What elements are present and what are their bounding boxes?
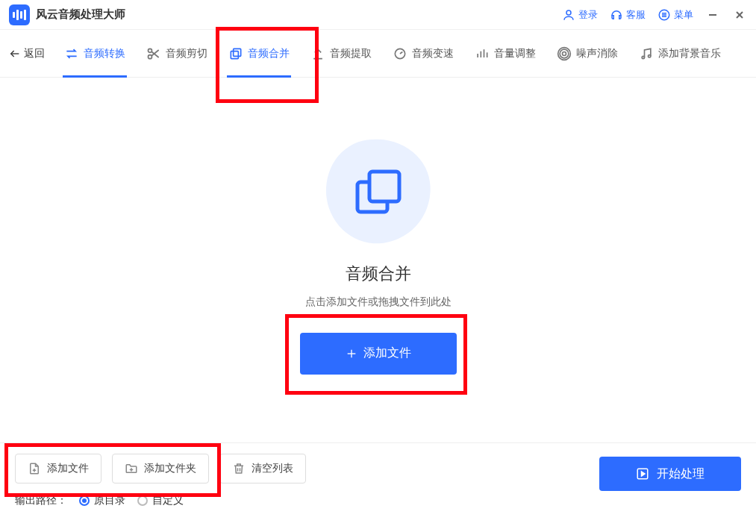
titlebar-right: 登录 客服 菜单	[562, 7, 747, 22]
main-subtitle: 点击添加文件或拖拽文件到此处	[305, 295, 452, 309]
output-path-label: 输出路径：	[15, 494, 67, 507]
bottom-row-output: 输出路径： 原目录 自定义	[15, 494, 741, 507]
svg-point-24	[649, 54, 651, 57]
nav-volume-label: 音量调整	[494, 47, 536, 60]
add-file-main-label: 添加文件	[363, 345, 411, 361]
clear-list-label: 清空列表	[252, 462, 293, 475]
svg-marker-36	[642, 472, 646, 476]
nav-denoise[interactable]: 噪声消除	[549, 30, 625, 78]
play-icon	[636, 467, 649, 481]
minimize-icon	[707, 10, 718, 20]
logo-bars-icon	[13, 10, 26, 20]
radio-custom-dir[interactable]: 自定义	[137, 494, 184, 507]
radio-dot-icon	[79, 495, 90, 506]
merge-squares-icon	[352, 166, 405, 219]
user-icon	[562, 8, 575, 22]
svg-rect-13	[231, 51, 238, 58]
nav-merge[interactable]: 音频合并	[221, 30, 297, 78]
cut-icon	[146, 46, 161, 61]
nav-merge-label: 音频合并	[248, 47, 290, 60]
trash-icon	[232, 462, 246, 475]
nav-bgm-label: 添加背景音乐	[658, 47, 721, 60]
start-process-button[interactable]: 开始处理	[599, 457, 741, 491]
extract-icon	[310, 46, 325, 61]
close-icon	[734, 10, 745, 20]
arrow-left-icon	[9, 48, 21, 60]
nav-extract-label: 音频提取	[330, 47, 372, 60]
nav-volume[interactable]: 音量调整	[467, 30, 543, 78]
folder-plus-icon	[125, 462, 138, 475]
bottom-bar: 添加文件 添加文件夹 清空列表 输出路径： 原目录 自定义 开始处理	[0, 442, 756, 532]
menu-button[interactable]: 菜单	[657, 8, 693, 22]
nav-extract[interactable]: 音频提取	[303, 30, 379, 78]
radio-dot-icon	[137, 495, 148, 506]
file-plus-icon	[28, 462, 41, 475]
radio-original-dir[interactable]: 原目录	[79, 494, 125, 507]
denoise-icon	[557, 46, 572, 61]
titlebar-left: 风云音频处理大师	[9, 4, 125, 25]
speed-icon	[393, 46, 407, 61]
main-title: 音频合并	[346, 263, 411, 285]
nav-denoise-label: 噪声消除	[576, 47, 618, 60]
close-button[interactable]	[732, 7, 747, 22]
menu-label: 菜单	[674, 8, 693, 22]
nav-cut-label: 音频剪切	[166, 47, 207, 60]
bgm-icon	[639, 46, 654, 61]
menu-icon	[657, 8, 671, 22]
back-button[interactable]: 返回	[9, 47, 45, 60]
add-folder-button[interactable]: 添加文件夹	[112, 454, 209, 484]
app-title: 风云音频处理大师	[36, 7, 125, 22]
support-button[interactable]: 客服	[610, 8, 646, 22]
merge-illustration	[326, 139, 431, 243]
nav-bgm[interactable]: 添加背景音乐	[631, 30, 728, 78]
volume-icon	[475, 46, 490, 61]
main-area: 音频合并 点击添加文件或拖拽文件到此处 添加文件	[0, 78, 756, 435]
svg-point-10	[149, 54, 152, 58]
add-file-main-button[interactable]: 添加文件	[300, 333, 457, 375]
clear-list-button[interactable]: 清空列表	[219, 454, 306, 484]
back-label: 返回	[24, 47, 45, 60]
svg-rect-26	[369, 172, 399, 201]
nav-toolbar: 返回 音频转换 音频剪切 音频合并 音频提取 音频变速 音量调整 噪声消除 添加…	[0, 30, 756, 78]
radio-original-label: 原目录	[94, 494, 125, 507]
headset-icon	[610, 8, 623, 22]
radio-custom-label: 自定义	[152, 494, 184, 507]
add-file-label: 添加文件	[47, 462, 89, 475]
minimize-button[interactable]	[705, 7, 720, 22]
svg-point-9	[149, 48, 152, 52]
plus-icon	[346, 348, 357, 360]
svg-point-20	[563, 51, 566, 55]
nav-convert[interactable]: 音频转换	[57, 30, 133, 78]
convert-icon	[64, 46, 79, 61]
merge-icon	[228, 46, 243, 61]
svg-point-0	[566, 10, 571, 15]
login-button[interactable]: 登录	[562, 8, 598, 22]
nav-cut[interactable]: 音频剪切	[139, 30, 215, 78]
support-label: 客服	[626, 8, 646, 22]
app-logo	[9, 4, 30, 25]
add-file-button[interactable]: 添加文件	[15, 454, 101, 484]
login-label: 登录	[578, 8, 598, 22]
start-label: 开始处理	[657, 466, 705, 482]
titlebar: 风云音频处理大师 登录 客服 菜单	[0, 0, 756, 30]
svg-point-21	[560, 49, 569, 58]
svg-point-23	[642, 56, 644, 58]
add-folder-label: 添加文件夹	[144, 462, 196, 475]
nav-speed-label: 音频变速	[412, 47, 454, 60]
svg-rect-14	[234, 48, 241, 56]
nav-speed[interactable]: 音频变速	[385, 30, 461, 78]
nav-convert-label: 音频转换	[84, 47, 125, 60]
